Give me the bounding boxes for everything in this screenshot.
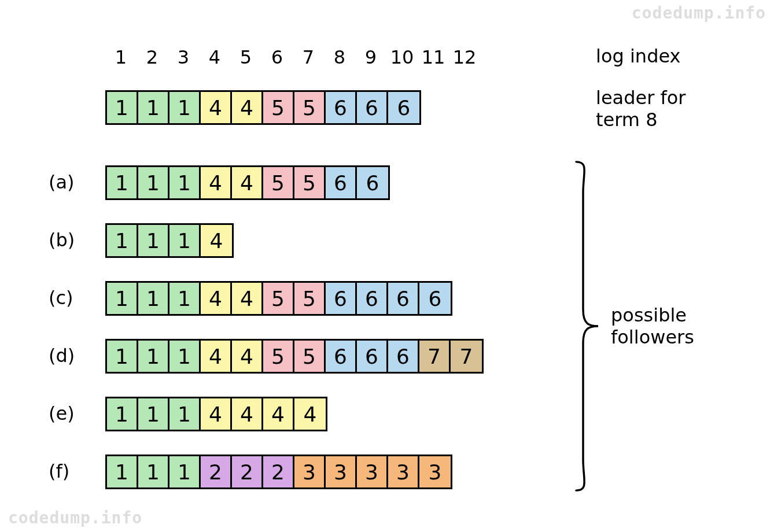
row-label: (d) xyxy=(49,345,75,367)
follower-log-row: 111445566 xyxy=(105,165,390,200)
log-entry-cell: 1 xyxy=(169,456,201,487)
log-entry-cell: 1 xyxy=(138,225,169,256)
log-entry-cell: 1 xyxy=(107,92,138,123)
log-entry-cell: 5 xyxy=(263,283,294,314)
log-index-cell: 5 xyxy=(230,46,261,68)
log-entry-cell: 1 xyxy=(107,283,138,314)
log-entry-cell: 7 xyxy=(451,341,482,372)
log-entry-cell: 6 xyxy=(326,167,357,198)
log-entry-cell: 3 xyxy=(357,456,388,487)
log-entry-cell: 6 xyxy=(357,283,388,314)
log-entry-cell: 6 xyxy=(326,283,357,314)
log-entry-cell: 4 xyxy=(201,341,232,372)
log-entry-cell: 4 xyxy=(232,92,263,123)
leader-log-row: 1114455666 xyxy=(105,90,421,125)
follower-log-row: 11144556666 xyxy=(105,281,452,316)
log-entry-cell: 1 xyxy=(138,167,169,198)
log-entry-cell: 1 xyxy=(138,398,169,430)
log-entry-cell: 6 xyxy=(357,92,388,123)
log-entry-cell: 6 xyxy=(388,92,419,123)
log-index-cell: 6 xyxy=(261,46,293,68)
log-entry-cell: 1 xyxy=(169,167,201,198)
log-entry-cell: 5 xyxy=(263,92,294,123)
log-entry-cell: 1 xyxy=(169,341,201,372)
log-entry-cell: 3 xyxy=(419,456,451,487)
followers-label: possible followers xyxy=(611,304,694,349)
log-entry-cell: 4 xyxy=(201,283,232,314)
log-entry-cell: 5 xyxy=(294,341,326,372)
row-label: (c) xyxy=(49,287,73,309)
log-entry-cell: 5 xyxy=(263,341,294,372)
row-label: (f) xyxy=(49,460,69,482)
log-entry-cell: 4 xyxy=(232,341,263,372)
follower-log-row: 1114444 xyxy=(105,397,327,431)
log-entry-cell: 4 xyxy=(201,167,232,198)
log-entry-cell: 4 xyxy=(232,167,263,198)
log-entry-cell: 7 xyxy=(419,341,451,372)
log-entry-cell: 2 xyxy=(201,456,232,487)
log-index-cell: 12 xyxy=(449,46,480,68)
log-entry-cell: 1 xyxy=(169,283,201,314)
leader-label: leader for term 8 xyxy=(596,87,686,131)
log-entry-cell: 2 xyxy=(232,456,263,487)
log-entry-cell: 6 xyxy=(388,283,419,314)
log-index-header: 123456789101112 xyxy=(105,46,480,68)
log-entry-cell: 4 xyxy=(232,283,263,314)
log-entry-cell: 3 xyxy=(294,456,326,487)
follower-log-row: 11122233333 xyxy=(105,455,452,489)
log-index-cell: 1 xyxy=(105,46,137,68)
log-entry-cell: 5 xyxy=(263,167,294,198)
log-entry-cell: 1 xyxy=(107,341,138,372)
row-label: (b) xyxy=(49,229,75,251)
log-entry-cell: 1 xyxy=(169,398,201,430)
log-entry-cell: 1 xyxy=(169,92,201,123)
log-entry-cell: 5 xyxy=(294,283,326,314)
row-label: (a) xyxy=(49,171,75,193)
log-index-cell: 4 xyxy=(199,46,230,68)
log-entry-cell: 1 xyxy=(107,456,138,487)
log-entry-cell: 3 xyxy=(326,456,357,487)
log-entry-cell: 1 xyxy=(138,283,169,314)
followers-brace xyxy=(573,160,602,495)
log-entry-cell: 2 xyxy=(263,456,294,487)
watermark-top: codedump.info xyxy=(632,3,766,23)
log-entry-cell: 4 xyxy=(294,398,326,430)
watermark-bottom: codedump.info xyxy=(8,508,142,527)
log-entry-cell: 4 xyxy=(201,92,232,123)
log-entry-cell: 6 xyxy=(326,341,357,372)
log-index-cell: 9 xyxy=(355,46,386,68)
log-entry-cell: 1 xyxy=(107,225,138,256)
log-entry-cell: 6 xyxy=(357,167,388,198)
log-index-label: log index xyxy=(596,45,681,67)
log-index-cell: 3 xyxy=(168,46,199,68)
log-entry-cell: 4 xyxy=(232,398,263,430)
log-entry-cell: 4 xyxy=(263,398,294,430)
log-index-cell: 11 xyxy=(418,46,449,68)
log-entry-cell: 1 xyxy=(138,92,169,123)
log-entry-cell: 5 xyxy=(294,167,326,198)
log-index-cell: 2 xyxy=(137,46,168,68)
log-entry-cell: 6 xyxy=(357,341,388,372)
log-entry-cell: 1 xyxy=(107,398,138,430)
log-entry-cell: 4 xyxy=(201,225,232,256)
log-entry-cell: 1 xyxy=(138,456,169,487)
log-entry-cell: 6 xyxy=(326,92,357,123)
log-entry-cell: 6 xyxy=(388,341,419,372)
row-label: (e) xyxy=(49,402,75,424)
log-index-cell: 10 xyxy=(386,46,418,68)
log-entry-cell: 1 xyxy=(107,167,138,198)
follower-log-row: 111445566677 xyxy=(105,339,484,374)
log-entry-cell: 4 xyxy=(201,398,232,430)
log-entry-cell: 6 xyxy=(419,283,451,314)
log-entry-cell: 1 xyxy=(169,225,201,256)
log-entry-cell: 1 xyxy=(138,341,169,372)
log-entry-cell: 3 xyxy=(388,456,419,487)
follower-log-row: 1114 xyxy=(105,223,234,258)
log-entry-cell: 5 xyxy=(294,92,326,123)
log-index-cell: 8 xyxy=(324,46,355,68)
log-index-cell: 7 xyxy=(293,46,324,68)
